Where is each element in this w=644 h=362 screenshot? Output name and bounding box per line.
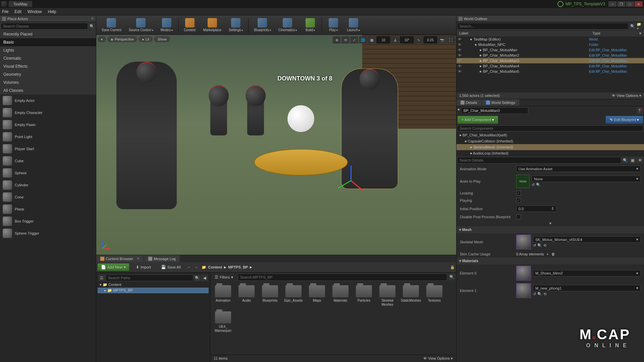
search-classes-input[interactable] xyxy=(1,23,88,29)
search-components-input[interactable] xyxy=(457,125,643,131)
category-cinematic[interactable]: Cinematic xyxy=(0,54,96,62)
edit-link[interactable]: Edit BP_Char_MotusMan xyxy=(589,54,643,57)
viewport-angle-snap[interactable]: 10° xyxy=(400,36,414,44)
material-0-dropdown[interactable]: M_Shoes_blinn2▾ xyxy=(533,270,641,277)
play-button[interactable]: Play▾ xyxy=(324,17,343,33)
build-button[interactable]: Build▾ xyxy=(301,17,320,33)
actor-cone[interactable]: Cone xyxy=(0,191,96,203)
outliner-row[interactable]: 👁●MotusMan_NPCFolder xyxy=(457,42,644,47)
add-new-button[interactable]: 📄 Add New ▾ xyxy=(98,263,129,271)
search-details-input[interactable] xyxy=(457,157,621,164)
outliner-row[interactable]: 👁●BP_Char_MotusMan5Edit BP_Char_MotusMan xyxy=(457,69,644,74)
view-options-button[interactable]: 👁 View Options ▾ xyxy=(423,356,453,361)
viewport-maximize-button[interactable]: ⛶ xyxy=(447,36,455,44)
component-row[interactable]: ● CapsuleCollision (Inherited) xyxy=(457,138,644,144)
column-label[interactable]: Label xyxy=(459,31,592,36)
actor-empty-actor[interactable]: Empty Actor xyxy=(0,95,96,107)
modes-button[interactable]: Modes▾ xyxy=(157,17,176,33)
category-geometry[interactable]: Geometry xyxy=(0,70,96,78)
viewport-grid-snap[interactable]: 10 xyxy=(376,36,390,44)
folder-skeletal-meshes[interactable]: SkeletalMeshes xyxy=(378,285,397,307)
tree-item-content[interactable]: ▾ 📁 Content xyxy=(98,282,209,288)
category-lights[interactable]: Lights xyxy=(0,46,96,54)
section-materials[interactable]: ▿ Materials xyxy=(457,257,644,264)
gizmo-x-axis-icon[interactable] xyxy=(351,180,363,191)
nav-back-button[interactable]: ← xyxy=(187,265,191,269)
folder-epic-assets[interactable]: Epic_Assets xyxy=(284,285,303,307)
outliner-search-input[interactable] xyxy=(457,23,629,29)
category-visual-effects[interactable]: Visual Effects xyxy=(0,62,96,70)
actor-point-light[interactable]: Point Light xyxy=(0,131,96,143)
clear-array-icon[interactable]: 🗑 xyxy=(551,252,555,256)
search-content-input[interactable] xyxy=(238,274,447,281)
eye-icon[interactable]: 👁 xyxy=(637,157,643,164)
launch-button[interactable]: Launch▾ xyxy=(343,17,363,33)
locate-icon[interactable]: 📍 xyxy=(636,107,643,114)
category-basic[interactable]: Basic xyxy=(0,38,96,46)
viewport-tool-button[interactable]: ⊕ xyxy=(333,36,341,44)
lock-icon[interactable]: 🔒 xyxy=(450,265,455,269)
gizmo-z-axis-icon[interactable] xyxy=(351,166,352,181)
settings-button[interactable]: Settings▾ xyxy=(225,17,246,33)
nav-forward-button[interactable]: → xyxy=(195,265,198,269)
gizmo-y-axis-icon[interactable] xyxy=(338,180,351,189)
edit-link[interactable]: World xyxy=(589,38,643,41)
menu-edit[interactable]: Edit xyxy=(14,9,21,14)
anim-thumbnail[interactable]: None xyxy=(516,175,530,188)
transform-gizmo[interactable] xyxy=(338,166,365,192)
folder-staticmeshes[interactable]: StaticMeshes xyxy=(401,285,420,307)
close-icon[interactable]: ✕ xyxy=(91,16,94,21)
browse-icon[interactable]: 🔍 xyxy=(537,292,542,296)
folder-maps[interactable]: Maps xyxy=(308,285,326,307)
actor-empty-pawn[interactable]: Empty Pawn xyxy=(0,119,96,131)
viewport-tool-button[interactable]: ⟲ xyxy=(341,36,350,44)
window-maximize-button[interactable]: □ xyxy=(626,1,634,7)
place-actors-tab[interactable]: Place Actors ✕ xyxy=(0,15,96,22)
viewport-tool-button[interactable]: ⤡ xyxy=(415,36,423,44)
folder-blueprints[interactable]: Blueprints xyxy=(261,285,279,307)
reset-default-icon[interactable]: ⟲ xyxy=(543,243,546,248)
viewport-perspective-button[interactable]: ◈ Perspective xyxy=(107,36,137,42)
details-tab[interactable]: Details xyxy=(457,99,481,106)
outliner-row[interactable]: 👁●BP_Char_MotusMan3Edit BP_Char_MotusMan xyxy=(457,58,644,63)
breadcrumb[interactable]: 📁 Content ▸ MPTPS_BP ▸ xyxy=(202,265,252,269)
column-options-icon[interactable]: ▾ xyxy=(639,31,641,36)
save-all-button[interactable]: 💾 Save All xyxy=(158,263,184,271)
outliner-row[interactable]: 👁●BP_Char_MotusMan2Edit BP_Char_MotusMan xyxy=(457,53,644,58)
edit-link[interactable]: Edit BP_Char_MotusMan xyxy=(589,64,643,68)
edit-link[interactable]: Edit BP_Char_MotusMan xyxy=(589,70,643,73)
disable-postprocess-checkbox[interactable] xyxy=(516,215,521,219)
add-folder-icon[interactable]: 📁+ xyxy=(637,23,643,29)
blueprints-button[interactable]: Blueprints▾ xyxy=(251,17,274,33)
browse-icon[interactable]: 🔍 xyxy=(537,243,542,248)
component-row[interactable]: ● BP_Char_MotusMan3(self) xyxy=(457,132,644,138)
search-icon[interactable]: 🔍 xyxy=(194,275,201,281)
animation-mode-dropdown[interactable]: Use Animation Asset▾ xyxy=(516,166,641,172)
collapse-icon[interactable]: ◀ xyxy=(201,275,208,281)
edit-link[interactable]: Edit BP_Char_MotusMan xyxy=(589,48,643,52)
add-component-button[interactable]: + Add Component ▾ xyxy=(458,116,498,124)
component-row[interactable]: ● SkeletalMesh (Inherited) xyxy=(457,144,644,150)
search-icon[interactable]: 🔍 xyxy=(89,23,95,29)
folder-audio[interactable]: Audio xyxy=(237,285,256,307)
category-recently-placed[interactable]: Recently Placed xyxy=(0,30,96,38)
viewport-menu-button[interactable]: ▾ xyxy=(98,36,106,42)
visibility-icon[interactable]: 👁 xyxy=(458,64,463,68)
folder-particles[interactable]: Particles xyxy=(355,285,373,307)
material-thumbnail[interactable] xyxy=(516,283,531,298)
viewport-tool-button[interactable]: ⤢ xyxy=(350,36,358,44)
viewport-tool-button[interactable]: 📷 xyxy=(438,36,446,44)
marketplace-button[interactable]: Marketplace xyxy=(200,17,225,33)
mesh-thumbnail[interactable] xyxy=(516,235,531,249)
folder-animation[interactable]: Animation xyxy=(214,285,232,307)
content-browser-tab[interactable]: Content Browser✕ xyxy=(96,255,144,262)
visibility-icon[interactable]: 👁 xyxy=(458,48,463,52)
folder-materials[interactable]: Materials xyxy=(331,285,350,307)
viewport-show-button[interactable]: Show xyxy=(154,36,170,42)
visibility-icon[interactable]: 👁 xyxy=(458,69,463,73)
actor-empty-character[interactable]: Empty Character xyxy=(0,107,96,119)
skeletal-mesh-dropdown[interactable]: SK_Motus_Woman_v55UE4▾ xyxy=(533,236,641,243)
folder-textures[interactable]: Textures xyxy=(425,285,444,307)
actor-player-start[interactable]: Player Start xyxy=(0,143,96,155)
level-tab[interactable]: TestMap xyxy=(9,1,32,7)
